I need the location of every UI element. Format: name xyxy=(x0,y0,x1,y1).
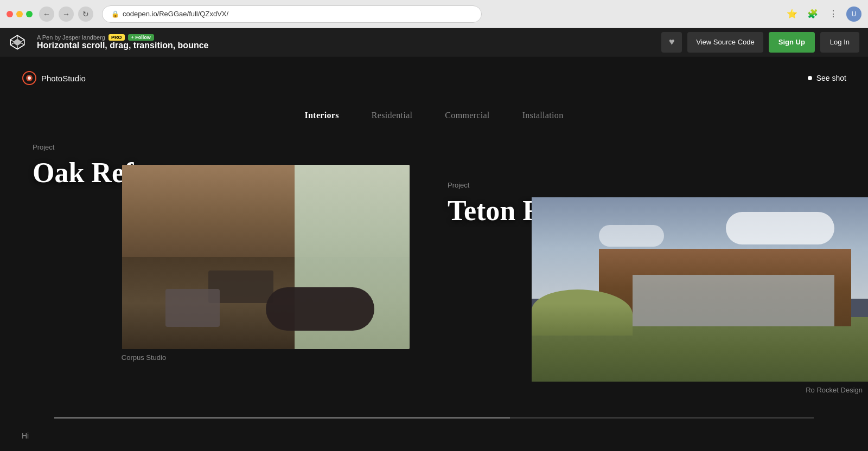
interior-sofa xyxy=(266,287,374,331)
exterior-cloud-2 xyxy=(599,225,664,247)
pen-info: A Pen by Jesper landberg PRO + Follow Ho… xyxy=(37,34,208,50)
svg-line-4 xyxy=(21,40,24,41)
site-logo: PhotoStudio xyxy=(22,70,86,86)
view-source-button[interactable]: View Source Code xyxy=(687,32,763,53)
codepen-toolbar: A Pen by Jesper landberg PRO + Follow Ho… xyxy=(0,28,868,56)
browser-navigation: ← → ↻ xyxy=(39,7,93,22)
settings-icon[interactable]: ⋮ xyxy=(826,7,841,22)
cards-layout: Project Oak Refuge Corpus Studio Project… xyxy=(0,132,868,451)
site-header: PhotoStudio See shot xyxy=(0,56,868,100)
exterior-cloud-1 xyxy=(726,212,834,244)
project-2-image xyxy=(532,197,868,382)
heart-icon: ♥ xyxy=(669,36,675,48)
signup-button[interactable]: Sign Up xyxy=(769,32,815,53)
bottom-text: Hi xyxy=(22,431,29,440)
interior-chair xyxy=(165,289,220,327)
back-button[interactable]: ← xyxy=(39,7,54,22)
nav-item-residential[interactable]: Residential xyxy=(372,111,413,120)
minimize-dot[interactable] xyxy=(16,11,23,17)
refresh-button[interactable]: ↻ xyxy=(78,7,93,22)
maximize-dot[interactable] xyxy=(26,11,33,17)
browser-chrome: ← → ↻ 🔒 codepen.io/ReGGae/full/QZxdVX/ ⭐… xyxy=(0,0,868,28)
project-card-teton-residence[interactable]: Project Teton Residence Ro Rocket Design xyxy=(532,197,868,394)
see-shot-dot xyxy=(808,76,812,80)
follow-badge[interactable]: + Follow xyxy=(128,34,154,41)
scroll-track[interactable] xyxy=(54,417,814,418)
nav-item-installation[interactable]: Installation xyxy=(522,111,564,120)
codepen-logo-icon xyxy=(9,34,26,51)
interior-scene xyxy=(122,165,410,349)
url-text: codepen.io/ReGGae/full/QZxdVX/ xyxy=(123,10,228,18)
project-card-oak-refuge[interactable]: Project Oak Refuge Corpus Studio xyxy=(0,165,410,362)
project-1-label: Project xyxy=(33,143,54,151)
svg-line-6 xyxy=(21,43,24,44)
project-2-label: Project xyxy=(448,181,469,189)
project-2-studio: Ro Rocket Design xyxy=(532,386,868,394)
exterior-scene xyxy=(532,197,868,382)
photostudio-logo-icon xyxy=(22,70,37,86)
bookmark-icon[interactable]: ⭐ xyxy=(784,7,800,22)
user-avatar[interactable]: U xyxy=(846,7,861,22)
project-1-studio: Corpus Studio xyxy=(0,353,288,362)
browser-window-controls xyxy=(7,11,33,17)
heart-button[interactable]: ♥ xyxy=(661,32,682,53)
site-content: PhotoStudio See shot Interiors Residenti… xyxy=(0,56,868,451)
svg-line-7 xyxy=(10,43,14,44)
extensions-icon[interactable]: 🧩 xyxy=(805,7,820,22)
browser-actions: ⭐ 🧩 ⋮ U xyxy=(784,7,861,22)
close-dot[interactable] xyxy=(7,11,13,17)
pro-badge: PRO xyxy=(108,34,125,41)
forward-button[interactable]: → xyxy=(59,7,74,22)
nav-item-commercial[interactable]: Commercial xyxy=(445,111,489,120)
codepen-logo xyxy=(9,34,26,51)
svg-line-5 xyxy=(10,40,14,41)
author-name: A Pen by Jesper landberg xyxy=(37,34,105,41)
lock-icon: 🔒 xyxy=(111,10,119,18)
scroll-thumb xyxy=(54,417,510,418)
nav-item-interiors[interactable]: Interiors xyxy=(305,111,339,120)
svg-point-10 xyxy=(28,76,31,80)
codepen-actions: ♥ View Source Code Sign Up Log In xyxy=(661,32,859,53)
login-button[interactable]: Log In xyxy=(820,32,859,53)
see-shot-label: See shot xyxy=(816,74,846,82)
pen-author: A Pen by Jesper landberg PRO + Follow xyxy=(37,34,208,41)
pen-title: Horizontal scroll, drag, transition, bou… xyxy=(37,41,208,50)
logo-text: PhotoStudio xyxy=(41,74,86,83)
project-1-image xyxy=(122,165,410,349)
svg-marker-1 xyxy=(14,38,21,46)
site-navigation: Interiors Residential Commercial Install… xyxy=(0,100,868,131)
address-bar[interactable]: 🔒 codepen.io/ReGGae/full/QZxdVX/ xyxy=(102,5,482,23)
see-shot-button[interactable]: See shot xyxy=(808,74,846,82)
exterior-building-glass xyxy=(633,275,834,326)
